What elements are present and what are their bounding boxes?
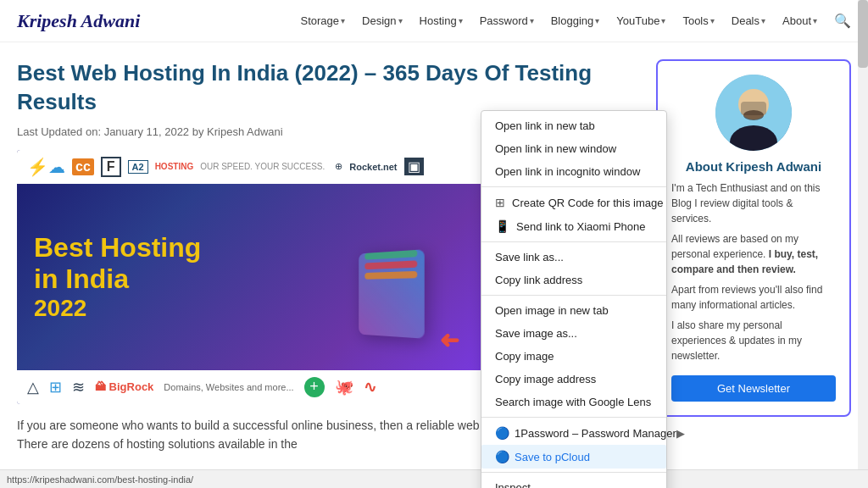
sidebar-desc-2: All reviews are based on my personal exp… [671, 231, 836, 277]
logo-tagline: OUR SPEED. YOUR SUCCESS. [200, 162, 325, 171]
bottom-logo-3: ≋ [72, 378, 85, 396]
qr-icon: ⊞ [495, 196, 505, 209]
ctx-1password[interactable]: 🔵 1Password – Password Manager ▶ [481, 421, 666, 445]
scrollbar[interactable] [858, 0, 868, 488]
ctx-save-link[interactable]: Save link as... [481, 246, 666, 269]
nav-item-youtube[interactable]: YouTube ▾ [609, 9, 672, 32]
main-nav: Storage ▾ Design ▾ Hosting ▾ Password ▾ … [294, 9, 851, 32]
red-arrow-indicator: ➜ [441, 326, 460, 354]
nav-item-tools[interactable]: Tools ▾ [676, 9, 721, 32]
chevron-down-icon: ▾ [595, 16, 599, 25]
sidebar-desc-1: I'm a Tech Enthusiast and on this Blog I… [671, 180, 836, 226]
chevron-down-icon: ▾ [661, 16, 665, 25]
avatar [715, 75, 792, 151]
scrollbar-thumb[interactable] [858, 0, 868, 68]
chevron-down-icon: ▾ [530, 16, 534, 25]
sidebar-author-name: About Kripesh Adwani [671, 159, 836, 174]
ctx-search-google-lens[interactable]: Search image with Google Lens [481, 391, 666, 413]
svg-point-4 [743, 110, 764, 120]
ctx-copy-image[interactable]: Copy image [481, 345, 666, 368]
sidebar-desc-5: I also share my personal experiences & u… [671, 318, 836, 363]
bottom-logo-1: △ [27, 378, 39, 396]
logo-a2-text: HOSTING [155, 162, 194, 171]
ctx-create-qr[interactable]: ⊞ Create QR Code for this image [481, 191, 666, 214]
site-logo[interactable]: Kripesh Adwani [17, 10, 140, 32]
nav-item-deals[interactable]: Deals ▾ [725, 9, 772, 32]
article-title: Best Web Hosting In India (2022) – 365 D… [17, 59, 639, 117]
nav-item-about[interactable]: About ▾ [776, 9, 824, 32]
nav-item-blogging[interactable]: Blogging ▾ [544, 9, 607, 32]
chevron-down-icon: ▾ [761, 16, 765, 25]
logo-a2: A2 [128, 160, 148, 174]
logo-f: F [101, 157, 121, 177]
bottom-logo-5: 🐙 [335, 378, 353, 396]
bottom-logo-6: ∿ [364, 378, 376, 396]
ctx-open-new-window[interactable]: Open link in new window [481, 137, 666, 160]
bottom-logo-2: ⊞ [49, 378, 62, 396]
chevron-down-icon: ▾ [341, 16, 345, 25]
chevron-down-icon: ▾ [813, 16, 817, 25]
ctx-save-image[interactable]: Save image as... [481, 322, 666, 345]
chevron-down-icon: ▾ [459, 16, 463, 25]
logo-square-icon: ▣ [404, 158, 424, 175]
submenu-arrow-icon: ▶ [676, 427, 685, 440]
logo-rocket-icon: ⊕ [335, 161, 342, 172]
context-menu: Open link in new tab Open link in new wi… [481, 110, 667, 488]
status-url: https://kripeshadwani.com/best-hosting-i… [7, 474, 193, 485]
ctx-save-pcloud[interactable]: 🔵 Save to pCloud [481, 445, 666, 469]
logo-rocketnet: Rocket.net [349, 162, 397, 172]
bottom-logo-plus: + [304, 377, 325, 397]
logo-cc: cc [72, 158, 94, 175]
chevron-down-icon: ▾ [710, 16, 715, 25]
ctx-copy-link[interactable]: Copy link address [481, 269, 666, 291]
logo-cloud-icon: ⚡☁ [27, 157, 65, 177]
ctx-divider-4 [481, 417, 666, 418]
ctx-send-xiaomi[interactable]: 📱 Send link to Xiaomi Phone [481, 214, 666, 238]
sidebar-card: About Kripesh Adwani I'm a Tech Enthusia… [656, 59, 851, 417]
bigrock-tagline: Domains, Websites and more... [164, 382, 293, 392]
nav-item-design[interactable]: Design ▾ [355, 9, 409, 32]
search-icon[interactable]: 🔍 [834, 13, 851, 29]
ctx-open-new-tab[interactable]: Open link in new tab [481, 114, 666, 137]
get-newsletter-button[interactable]: Get Newsletter [671, 375, 836, 402]
ctx-divider-1 [481, 186, 666, 187]
status-bar: https://kripeshadwani.com/best-hosting-i… [0, 469, 868, 488]
bigrock-logo: 🏔 BigRock [95, 380, 153, 393]
ctx-divider-5 [481, 472, 666, 473]
ctx-open-incognito[interactable]: Open link in incognito window [481, 160, 666, 183]
password-icon: 🔵 [495, 426, 509, 440]
article-image: ⚡☁ cc F A2 HOSTING OUR SPEED. YOUR SUCCE… [17, 150, 500, 404]
ctx-inspect[interactable]: Inspect [481, 476, 666, 488]
nav-item-password[interactable]: Password ▾ [473, 9, 541, 32]
phone-icon: 📱 [495, 219, 509, 233]
sidebar: About Kripesh Adwani I'm a Tech Enthusia… [656, 59, 851, 453]
sidebar-desc-4: Apart from reviews you'll also find many… [671, 282, 836, 313]
nav-item-hosting[interactable]: Hosting ▾ [413, 9, 470, 32]
nav-item-storage[interactable]: Storage ▾ [294, 9, 353, 32]
ctx-divider-3 [481, 295, 666, 296]
ctx-copy-image-address[interactable]: Copy image address [481, 368, 666, 391]
pcloud-icon: 🔵 [495, 450, 509, 463]
ctx-divider-2 [481, 241, 666, 242]
chevron-down-icon: ▾ [398, 16, 403, 25]
ctx-open-image-tab[interactable]: Open image in new tab [481, 299, 666, 322]
avatar-image [715, 75, 792, 151]
